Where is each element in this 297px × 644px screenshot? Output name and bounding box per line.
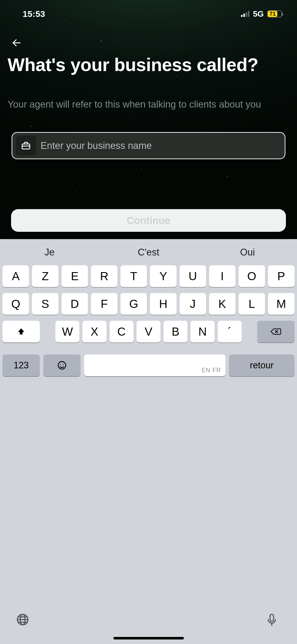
key-k[interactable]: K [209, 293, 236, 315]
key-w[interactable]: W [55, 321, 79, 342]
key-d[interactable]: D [61, 293, 88, 315]
key-i[interactable]: I [209, 265, 236, 287]
key-t[interactable]: T [120, 265, 147, 287]
suggestion[interactable]: C'est [99, 247, 198, 258]
status-right: 5G 71 [241, 9, 282, 19]
key-o[interactable]: O [239, 265, 265, 287]
briefcase-icon [16, 136, 36, 156]
key-row-1: A Z E R T Y U I O P [3, 265, 294, 287]
key-h[interactable]: H [150, 293, 176, 315]
mic-icon [265, 613, 279, 627]
svg-rect-11 [270, 614, 274, 621]
key-n[interactable]: N [190, 321, 214, 342]
key-v[interactable]: V [137, 321, 160, 342]
svg-point-7 [63, 364, 63, 365]
key-x[interactable]: X [82, 321, 106, 342]
key-f[interactable]: F [91, 293, 117, 315]
suggestion-bar: Je C'est Oui [0, 239, 297, 265]
page-subtitle: Your agent will refer to this when talki… [8, 99, 287, 110]
key-s[interactable]: S [32, 293, 58, 315]
business-name-field[interactable] [12, 132, 285, 159]
key-l[interactable]: L [239, 293, 265, 315]
key-b[interactable]: B [163, 321, 187, 342]
status-bar: 15:53 5G 71 [0, 0, 297, 28]
key-row-3: W X C V B N ´ [3, 321, 294, 342]
space-lang-label: EN FR [202, 367, 221, 374]
key-y[interactable]: Y [150, 265, 176, 287]
key-p[interactable]: P [268, 265, 294, 287]
key-z[interactable]: Z [32, 265, 58, 287]
key-q[interactable]: Q [3, 293, 29, 315]
arrow-left-icon [11, 38, 22, 48]
key-c[interactable]: C [110, 321, 134, 342]
svg-point-6 [60, 364, 61, 365]
numbers-key[interactable]: 123 [3, 355, 40, 376]
key-r[interactable]: R [91, 265, 117, 287]
key-m[interactable]: M [268, 293, 294, 315]
suggestion[interactable]: Oui [198, 247, 297, 258]
emoji-key[interactable] [43, 355, 81, 376]
backspace-icon [270, 327, 281, 336]
continue-button[interactable]: Continue [11, 209, 286, 232]
key-j[interactable]: J [180, 293, 206, 315]
status-time: 15:53 [23, 9, 45, 19]
key-a[interactable]: A [3, 265, 29, 287]
key-row-bottom: 123 EN FR retour [3, 355, 294, 376]
dictation-button[interactable] [265, 613, 279, 628]
business-name-input[interactable] [41, 140, 280, 151]
key-u[interactable]: U [180, 265, 206, 287]
globe-icon [16, 613, 30, 627]
back-button[interactable] [10, 36, 24, 50]
key-e[interactable]: E [61, 265, 88, 287]
space-key[interactable]: EN FR [84, 355, 225, 376]
key-row-2: Q S D F G H J K L M [3, 293, 294, 315]
page-title: What's your business called? [8, 55, 289, 75]
app-screen: 15:53 5G 71 What's your business called?… [0, 0, 297, 239]
battery-percent: 71 [268, 11, 277, 17]
return-key[interactable]: retour [229, 355, 294, 376]
shift-icon [17, 327, 25, 336]
globe-button[interactable] [16, 613, 30, 628]
emoji-icon [57, 360, 67, 370]
backspace-key[interactable] [257, 321, 294, 342]
signal-icon [241, 11, 249, 17]
key-g[interactable]: G [120, 293, 147, 315]
network-label: 5G [253, 9, 264, 19]
home-indicator[interactable] [113, 637, 184, 639]
suggestion[interactable]: Je [0, 247, 99, 258]
keyboard: Je C'est Oui A Z E R T Y U I O P Q S D F… [0, 239, 297, 644]
battery-icon: 71 [267, 10, 282, 17]
key-accent[interactable]: ´ [218, 321, 242, 342]
shift-key[interactable] [3, 321, 40, 342]
